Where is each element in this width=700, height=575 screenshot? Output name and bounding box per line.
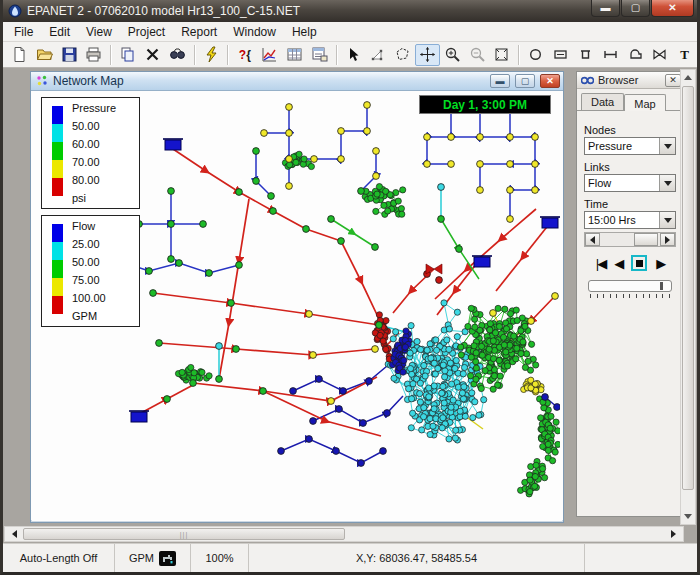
step-forward-button[interactable]: ▶ — [656, 257, 664, 270]
chevron-down-icon[interactable] — [659, 175, 675, 191]
time-scroll-left-button[interactable] — [585, 233, 600, 246]
toolbar-new-button[interactable] — [7, 44, 32, 66]
links-dropdown[interactable]: Flow — [584, 174, 676, 192]
time-value: 15:00 Hrs — [585, 212, 659, 228]
minimize-button[interactable]: ▬ — [591, 0, 620, 17]
legend-color-swatch — [52, 242, 63, 260]
browser-tab-data[interactable]: Data — [581, 93, 624, 110]
toolbar-full-extent-button[interactable] — [490, 44, 515, 66]
map-canvas[interactable]: Pressure50.0060.0070.0080.00psi Flow25.0… — [31, 91, 563, 520]
toolbar-add-valve-button[interactable] — [647, 44, 672, 66]
toolbar-delete-button[interactable] — [140, 44, 165, 66]
chevron-down-icon[interactable] — [659, 212, 675, 228]
maximize-button[interactable]: ▢ — [621, 0, 650, 17]
legend-value: 60.00 — [72, 138, 100, 150]
toolbar-copy-button[interactable] — [115, 44, 140, 66]
toolbar-zoom-out-button[interactable] — [465, 44, 490, 66]
valve-symbol — [426, 264, 442, 274]
toolbar-add-reservoir-button[interactable] — [548, 44, 573, 66]
nodes-dropdown[interactable]: Pressure — [584, 137, 676, 155]
horizontal-scrollbar[interactable]: ||| — [4, 526, 684, 542]
toolbar-graph-button[interactable] — [257, 44, 282, 66]
scroll-left-button[interactable] — [7, 530, 22, 538]
animation-controls: |◀◀▶ — [584, 255, 676, 271]
toolbar-find-button[interactable] — [165, 44, 190, 66]
legend-unit: psi — [72, 192, 86, 204]
toolbar-pan-button[interactable] — [415, 44, 440, 66]
menu-window[interactable]: Window — [225, 22, 284, 41]
chevron-down-icon[interactable] — [659, 138, 675, 154]
menu-project[interactable]: Project — [120, 22, 173, 41]
browser-tab-map[interactable]: Map — [624, 94, 665, 111]
time-dropdown[interactable]: 15:00 Hrs — [584, 211, 676, 229]
toolbar-options-button[interactable] — [307, 44, 332, 66]
legend-color-swatch — [52, 142, 63, 160]
toolbar-add-pipe-button[interactable] — [598, 44, 623, 66]
legend-value: 25.00 — [72, 238, 100, 250]
legend-unit: GPM — [72, 310, 97, 322]
toolbar-add-pump-button[interactable] — [623, 44, 648, 66]
toolbar-separator — [518, 45, 519, 65]
time-scroll-thumb[interactable] — [634, 233, 658, 246]
stop-icon — [636, 260, 643, 267]
tank-symbol — [540, 217, 560, 228]
scroll-down-button[interactable] — [681, 509, 695, 524]
browser-body: NodesPressureLinksFlowTime15:00 Hrs|◀◀▶ — [577, 111, 683, 298]
browser-icon — [581, 76, 594, 85]
menu-view[interactable]: View — [78, 22, 120, 41]
toolbar-table-button[interactable] — [282, 44, 307, 66]
legend-value: 80.00 — [72, 174, 100, 186]
rewind-button[interactable]: |◀ — [596, 257, 605, 270]
flow-legend[interactable]: Flow25.0050.0075.00100.00GPM — [41, 215, 140, 327]
network-map-title-bar[interactable]: Network Map ▬ ▢ ✕ — [31, 72, 563, 91]
slider-thumb[interactable] — [660, 282, 663, 290]
vertical-scroll-thumb[interactable] — [682, 86, 694, 490]
tank-symbol — [163, 139, 183, 150]
menu-report[interactable]: Report — [173, 22, 225, 41]
status-cell-empty — [585, 544, 697, 572]
simulation-clock: Day 1, 3:00 PM — [419, 95, 551, 114]
mdi-client-area: Network Map ▬ ▢ ✕ Pressure50.0060.0070.0… — [3, 68, 697, 543]
pressure-legend[interactable]: Pressure50.0060.0070.0080.00psi — [41, 97, 140, 209]
toolbar-separator — [227, 45, 228, 65]
toolbar-run-button[interactable] — [199, 44, 224, 66]
toolbar-add-label-button[interactable]: T — [672, 44, 697, 66]
menu-edit[interactable]: Edit — [41, 22, 78, 41]
time-scroll-right-button[interactable] — [660, 233, 675, 246]
map-close-button[interactable]: ✕ — [540, 74, 560, 88]
horizontal-scroll-thumb[interactable]: ||| — [23, 528, 345, 540]
app-icon — [8, 4, 22, 18]
toolbar-zoom-in-button[interactable] — [440, 44, 465, 66]
toolbar-query-button[interactable]: ?{ — [232, 44, 257, 66]
toolbar-select-vertex-button[interactable] — [366, 44, 391, 66]
nodes-value: Pressure — [585, 138, 659, 154]
scroll-up-button[interactable] — [681, 70, 695, 85]
flow-units-icon — [159, 551, 176, 566]
toolbar-open-button[interactable] — [32, 44, 57, 66]
status-cell-2: 100% — [191, 544, 249, 572]
map-restore-button[interactable]: ▢ — [515, 74, 535, 88]
stop-button[interactable] — [631, 255, 647, 271]
toolbar-select-button[interactable] — [341, 44, 366, 66]
menu-help[interactable]: Help — [284, 22, 325, 41]
animation-speed-slider[interactable] — [588, 280, 672, 292]
toolbar-select-region-button[interactable] — [390, 44, 415, 66]
toolbar-add-junction-button[interactable] — [523, 44, 548, 66]
tank-symbol — [472, 256, 492, 267]
menu-file[interactable]: File — [6, 22, 41, 41]
browser-title-bar[interactable]: Browser ✕ — [577, 72, 683, 89]
legend-title: Pressure — [72, 102, 116, 114]
toolbar-save-button[interactable] — [57, 44, 82, 66]
time-scrollbar[interactable] — [584, 232, 676, 247]
vertical-scrollbar[interactable] — [680, 69, 696, 525]
legend-color-swatch — [52, 278, 63, 296]
browser-close-button[interactable]: ✕ — [665, 74, 681, 87]
scroll-right-button[interactable] — [666, 530, 681, 538]
step-back-button[interactable]: ◀ — [614, 257, 622, 270]
map-minimize-button[interactable]: ▬ — [490, 74, 510, 88]
time-label: Time — [584, 198, 676, 210]
toolbar-add-tank-button[interactable] — [573, 44, 598, 66]
close-button[interactable]: ✕ — [651, 0, 694, 17]
toolbar: ?{T — [3, 42, 697, 68]
toolbar-print-button[interactable] — [81, 44, 106, 66]
